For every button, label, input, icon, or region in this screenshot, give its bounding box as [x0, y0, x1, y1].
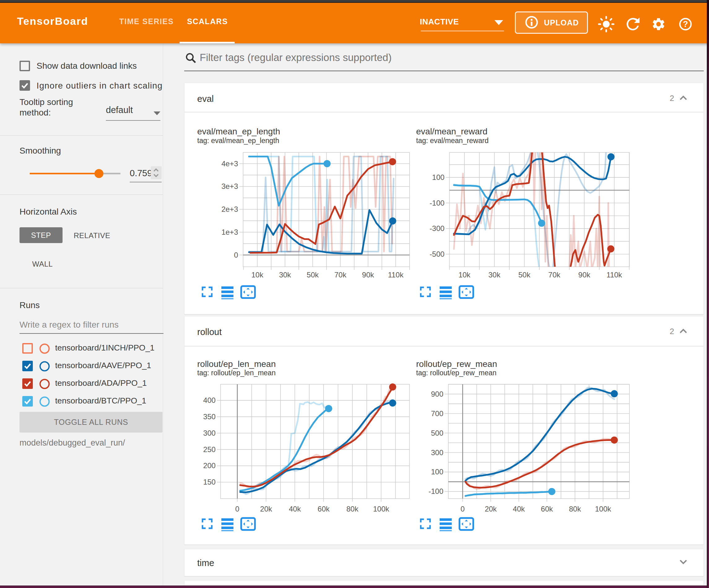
svg-text:-500: -500: [430, 250, 445, 258]
svg-text:1e+3: 1e+3: [221, 228, 238, 236]
svg-text:60k: 60k: [541, 505, 553, 513]
svg-text:30k: 30k: [279, 271, 291, 279]
svg-text:rollout/ep_len_mean: rollout/ep_len_mean: [197, 359, 276, 369]
svg-text:?: ?: [683, 20, 688, 29]
svg-text:tag: eval/mean_ep_length: tag: eval/mean_ep_length: [197, 136, 279, 145]
svg-text:70k: 70k: [548, 271, 561, 279]
svg-text:60k: 60k: [318, 505, 330, 513]
svg-text:90k: 90k: [362, 271, 374, 279]
svg-text:10k: 10k: [252, 271, 264, 279]
svg-text:100: 100: [432, 173, 445, 181]
svg-text:80k: 80k: [346, 505, 359, 513]
svg-text:30k: 30k: [488, 271, 501, 279]
svg-text:300: 300: [203, 429, 215, 437]
svg-text:80k: 80k: [569, 505, 581, 513]
svg-text:250: 250: [203, 445, 215, 454]
svg-text:50k: 50k: [518, 271, 531, 279]
svg-text:110k: 110k: [606, 271, 622, 279]
svg-text:100k: 100k: [595, 505, 611, 513]
svg-text:40k: 40k: [513, 505, 525, 513]
svg-text:-100: -100: [430, 199, 445, 207]
svg-text:10k: 10k: [458, 271, 471, 279]
svg-text:4e+3: 4e+3: [221, 159, 238, 168]
svg-text:350: 350: [203, 412, 215, 421]
svg-text:90k: 90k: [578, 271, 591, 279]
svg-text:110k: 110k: [388, 271, 404, 279]
svg-text:2e+3: 2e+3: [221, 205, 238, 213]
svg-text:0: 0: [461, 505, 465, 513]
svg-text:400: 400: [203, 396, 215, 404]
svg-text:700: 700: [431, 409, 443, 418]
svg-text:150: 150: [203, 478, 215, 486]
svg-text:200: 200: [203, 461, 215, 470]
svg-text:eval/mean_ep_length: eval/mean_ep_length: [197, 127, 280, 136]
svg-text:300: 300: [431, 449, 443, 457]
svg-text:3e+3: 3e+3: [221, 182, 238, 190]
svg-text:40k: 40k: [289, 505, 301, 513]
svg-text:rollout/ep_rew_mean: rollout/ep_rew_mean: [416, 359, 497, 369]
svg-text:100: 100: [431, 467, 443, 476]
svg-text:tag: eval/mean_reward: tag: eval/mean_reward: [416, 136, 489, 145]
svg-text:eval/mean_reward: eval/mean_reward: [416, 127, 487, 136]
svg-text:100k: 100k: [373, 505, 390, 513]
svg-text:20k: 20k: [260, 505, 272, 513]
svg-text:0: 0: [234, 251, 238, 259]
svg-text:50k: 50k: [307, 271, 319, 279]
svg-text:20k: 20k: [485, 505, 497, 513]
svg-text:tag: rollout/ep_len_mean: tag: rollout/ep_len_mean: [197, 369, 275, 377]
svg-text:500: 500: [431, 429, 443, 437]
svg-text:70k: 70k: [334, 271, 347, 279]
svg-text:900: 900: [431, 390, 443, 398]
svg-text:-100: -100: [428, 487, 443, 495]
svg-text:0: 0: [235, 505, 239, 513]
svg-text:-300: -300: [430, 224, 445, 233]
svg-text:tag: rollout/ep_rew_mean: tag: rollout/ep_rew_mean: [416, 369, 497, 377]
